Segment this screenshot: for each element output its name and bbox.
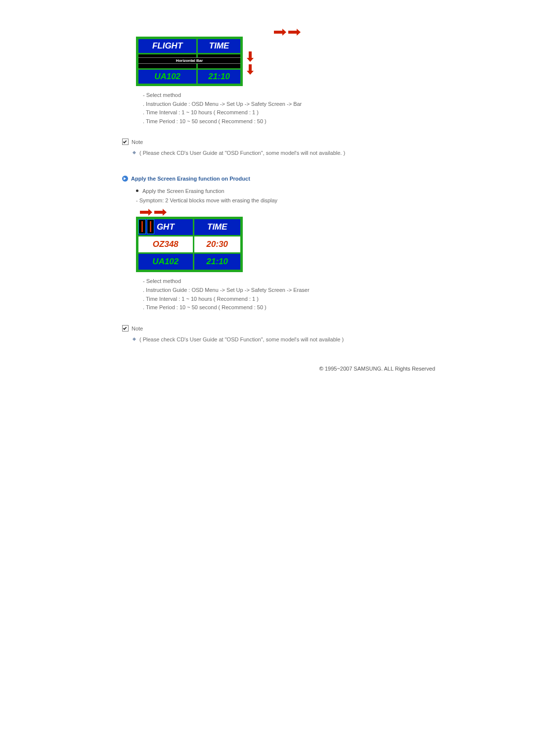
section1-text: - Select method . Instruction Guide : OS… [143,91,435,126]
select-method-line: - Select method [143,91,435,100]
copyright-text: 1995~2007 SAMSUNG. ALL Rights Reserved [325,366,435,372]
intro-line-1: Apply the Screen Erasing function [136,187,435,196]
eraser-block-icon [138,219,146,234]
note-heading: Note [122,139,435,145]
diamond-icon [133,337,136,341]
time-period-line: . Time Period : 10 ~ 50 second ( Recomme… [143,303,435,312]
arrow-right-icon [154,211,163,214]
note-item: ( Please check CD's User Guide at "OSD F… [133,149,435,158]
note-label: Note [132,326,143,331]
arrow-down-icon [249,51,252,58]
time-period-line: . Time Period : 10 ~ 50 second ( Recomme… [143,117,435,126]
instruction-line: . Instruction Guide : OSD Menu -> Set Up… [143,286,435,295]
copyright-icon: © [319,366,323,372]
horizontal-bar-label: Horizontal Bar [138,57,240,64]
time-interval-line: . Time Interval : 1 ~ 10 hours ( Recomme… [143,295,435,304]
check-icon [122,325,129,331]
arrow-bullet-icon [122,176,128,182]
cell-flight-2: UA102 [138,254,193,270]
arrow-right-icon [274,31,283,34]
cell-flight-1: OZ348 [138,236,193,252]
cell-flight-2: UA102 [138,70,196,84]
illustration-hbar: Horizontal Bar FLIGHT TIME OZ348 20:30 U… [136,29,435,86]
col-header-time: TIME [196,39,240,53]
cell-time-2: 21:10 [196,70,240,84]
time-interval-line: . Time Interval : 1 ~ 10 hours ( Recomme… [143,108,435,117]
note-item: ( Please check CD's User Guide at "OSD F… [133,335,435,344]
note-heading: Note [122,325,435,331]
arrow-down-icon [249,64,252,71]
screen-preview: GHT TIME OZ348 20:30 UA102 21:10 [136,217,243,272]
screen-preview: Horizontal Bar FLIGHT TIME OZ348 20:30 U… [136,37,243,86]
cell-time-2: 21:10 [193,254,240,270]
col-header-time: TIME [193,219,240,235]
arrows-row [136,29,435,35]
arrow-right-icon [140,211,149,214]
intro-line-2: - Symptom: 2 Vertical blocks move with e… [136,196,435,205]
check-icon [122,139,129,145]
eraser-blocks [138,219,155,234]
arrow-right-icon [288,31,297,34]
illustration-eraser: GHT TIME OZ348 20:30 UA102 21:10 [136,209,435,272]
diamond-icon [133,151,136,154]
heading-text: Apply the Screen Erasing function on Pro… [131,176,250,182]
col-header-flight: FLIGHT [138,39,196,53]
section-heading-erasing: Apply the Screen Erasing function on Pro… [122,176,435,182]
eraser-block-icon [147,219,154,234]
note-text: ( Please check CD's User Guide at "OSD F… [139,336,344,342]
arrows-row [136,209,435,215]
note-text: ( Please check CD's User Guide at "OSD F… [139,150,345,156]
note-label: Note [132,139,143,145]
cell-time-1: 20:30 [193,236,240,252]
dot-icon [136,189,138,192]
select-method-line: - Select method [143,277,435,286]
arrows-column [247,48,254,74]
copyright: © 1995~2007 SAMSUNG. ALL Rights Reserved [136,366,435,372]
instruction-line: . Instruction Guide : OSD Menu -> Set Up… [143,100,435,109]
section2-text: - Select method . Instruction Guide : OS… [143,277,435,312]
